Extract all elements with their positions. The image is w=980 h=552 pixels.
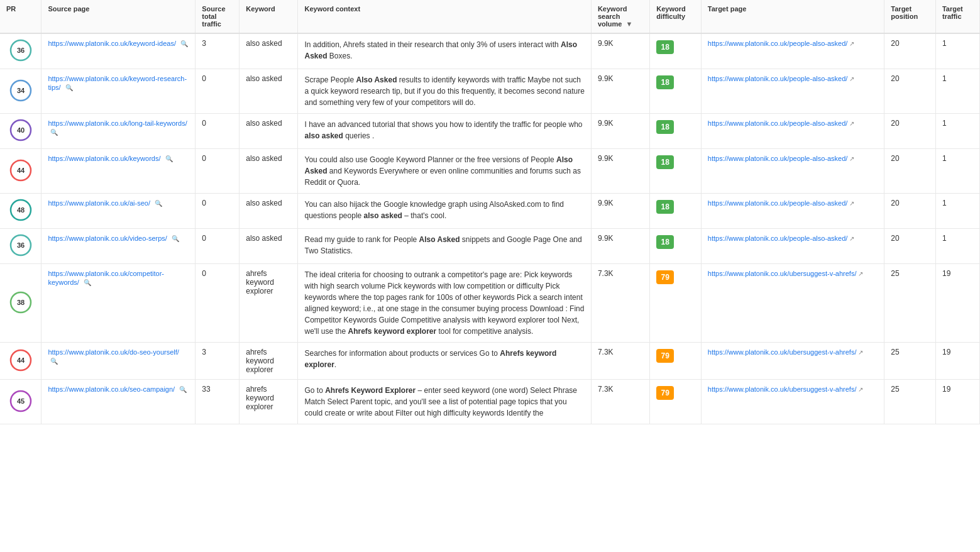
source-page-link[interactable]: https://www.platonik.co.uk/ai-seo/ bbox=[48, 199, 150, 207]
table-row: 36https://www.platonik.co.uk/video-serps… bbox=[0, 229, 980, 264]
source-page-link[interactable]: https://www.platonik.co.uk/keyword-ideas… bbox=[48, 40, 176, 47]
search-icon[interactable]: 🔍 bbox=[84, 279, 91, 286]
external-link-icon: ↗ bbox=[849, 235, 854, 242]
cell-keyword-difficulty: 79 bbox=[650, 264, 702, 343]
cell-target-traffic: 1 bbox=[935, 69, 979, 114]
search-icon[interactable]: 🔍 bbox=[65, 84, 73, 91]
cell-keyword-volume: 7.3K bbox=[591, 264, 649, 343]
search-icon[interactable]: 🔍 bbox=[172, 235, 179, 242]
col-header-target: Target page bbox=[701, 0, 884, 33]
table-row: 45https://www.platonik.co.uk/seo-campaig… bbox=[0, 380, 980, 424]
cell-target-position: 25 bbox=[884, 343, 936, 380]
target-page-link[interactable]: https://www.platonik.co.uk/ubersuggest-v… bbox=[708, 270, 857, 277]
cell-keyword-difficulty: 18 bbox=[650, 194, 702, 229]
target-page-link[interactable]: https://www.platonik.co.uk/ubersuggest-v… bbox=[708, 348, 857, 356]
col-header-pr: PR bbox=[0, 0, 41, 33]
source-page-link[interactable]: https://www.platonik.co.uk/long-tail-key… bbox=[48, 119, 187, 127]
cell-source-traffic: 0 bbox=[195, 114, 239, 149]
cell-pr: 48 bbox=[0, 194, 41, 229]
col-header-difficulty: Keyword difficulty bbox=[650, 0, 702, 33]
cell-keyword-difficulty: 18 bbox=[650, 69, 702, 114]
external-link-icon: ↗ bbox=[849, 200, 854, 207]
target-page-link[interactable]: https://www.platonik.co.uk/ubersuggest-v… bbox=[708, 385, 857, 393]
target-page-link[interactable]: https://www.platonik.co.uk/people-also-a… bbox=[708, 199, 848, 207]
cell-keyword: also asked bbox=[239, 33, 298, 69]
cell-target-position: 20 bbox=[884, 114, 936, 149]
pr-circle-badge: 34 bbox=[9, 79, 32, 102]
svg-text:36: 36 bbox=[17, 241, 25, 249]
external-link-icon: ↗ bbox=[858, 386, 863, 393]
svg-text:38: 38 bbox=[17, 299, 25, 306]
cell-keyword-volume: 9.9K bbox=[591, 33, 649, 69]
source-page-link[interactable]: https://www.platonik.co.uk/seo-campaign/ bbox=[48, 385, 175, 393]
cell-target-traffic: 1 bbox=[935, 33, 979, 69]
search-icon[interactable]: 🔍 bbox=[165, 155, 173, 162]
cell-keyword-context: I have an advanced tutorial that shows y… bbox=[298, 114, 591, 149]
table-row: 38https://www.platonik.co.uk/competitor-… bbox=[0, 264, 980, 343]
col-header-position: Target position bbox=[884, 0, 936, 33]
cell-pr: 40 bbox=[0, 114, 41, 149]
pr-circle-badge: 44 bbox=[9, 349, 32, 372]
cell-keyword: also asked bbox=[239, 149, 298, 194]
cell-source-page: https://www.platonik.co.uk/keyword-ideas… bbox=[41, 33, 195, 69]
main-table: PR Source page Source total traffic Keyw… bbox=[0, 0, 980, 424]
external-link-icon: ↗ bbox=[858, 349, 863, 356]
cell-keyword: also asked bbox=[239, 229, 298, 264]
table-body: 36https://www.platonik.co.uk/keyword-ide… bbox=[0, 33, 980, 424]
search-icon[interactable]: 🔍 bbox=[155, 200, 162, 207]
target-page-link[interactable]: https://www.platonik.co.uk/people-also-a… bbox=[708, 235, 848, 242]
search-icon[interactable]: 🔍 bbox=[179, 386, 187, 393]
cell-source-page: https://www.platonik.co.uk/video-serps/ … bbox=[41, 229, 195, 264]
cell-keyword-context: Scrape People Also Asked results to iden… bbox=[298, 69, 591, 114]
cell-source-traffic: 0 bbox=[195, 69, 239, 114]
difficulty-badge: 18 bbox=[656, 40, 674, 54]
cell-target-position: 25 bbox=[884, 380, 936, 424]
source-page-link[interactable]: https://www.platonik.co.uk/competitor-ke… bbox=[48, 270, 164, 286]
cell-target-page: https://www.platonik.co.uk/ubersuggest-v… bbox=[701, 380, 884, 424]
target-page-link[interactable]: https://www.platonik.co.uk/people-also-a… bbox=[708, 40, 848, 47]
external-link-icon: ↗ bbox=[849, 75, 854, 82]
difficulty-badge: 79 bbox=[656, 349, 674, 363]
search-icon[interactable]: 🔍 bbox=[50, 358, 58, 365]
cell-keyword-context: You can also hijack the Google knowledge… bbox=[298, 194, 591, 229]
search-icon[interactable]: 🔍 bbox=[180, 40, 188, 47]
difficulty-badge: 79 bbox=[656, 270, 674, 284]
difficulty-badge: 18 bbox=[656, 75, 674, 89]
cell-target-traffic: 19 bbox=[935, 264, 979, 343]
external-link-icon: ↗ bbox=[858, 270, 863, 277]
col-header-keyword: Keyword bbox=[239, 0, 298, 33]
difficulty-badge: 18 bbox=[656, 200, 674, 214]
cell-keyword-volume: 7.3K bbox=[591, 380, 649, 424]
cell-target-page: https://www.platonik.co.uk/ubersuggest-v… bbox=[701, 343, 884, 380]
table-header: PR Source page Source total traffic Keyw… bbox=[0, 0, 980, 33]
source-page-link[interactable]: https://www.platonik.co.uk/keywords/ bbox=[48, 155, 160, 162]
cell-target-traffic: 1 bbox=[935, 149, 979, 194]
search-icon[interactable]: 🔍 bbox=[50, 129, 58, 136]
difficulty-badge: 18 bbox=[656, 120, 674, 134]
cell-target-traffic: 19 bbox=[935, 380, 979, 424]
col-header-volume[interactable]: Keyword search volume ▼ bbox=[591, 0, 649, 33]
cell-keyword-volume: 9.9K bbox=[591, 229, 649, 264]
cell-keyword-difficulty: 18 bbox=[650, 229, 702, 264]
source-page-link[interactable]: https://www.platonik.co.uk/video-serps/ bbox=[48, 235, 167, 242]
table-row: 40https://www.platonik.co.uk/long-tail-k… bbox=[0, 114, 980, 149]
cell-keyword-context: In addition, Ahrefs stated in their rese… bbox=[298, 33, 591, 69]
pr-circle-badge: 36 bbox=[9, 234, 32, 257]
cell-keyword-difficulty: 18 bbox=[650, 149, 702, 194]
cell-target-page: https://www.platonik.co.uk/people-also-a… bbox=[701, 114, 884, 149]
cell-source-traffic: 0 bbox=[195, 149, 239, 194]
target-page-link[interactable]: https://www.platonik.co.uk/people-also-a… bbox=[708, 119, 848, 127]
table-row: 36https://www.platonik.co.uk/keyword-ide… bbox=[0, 33, 980, 69]
target-page-link[interactable]: https://www.platonik.co.uk/people-also-a… bbox=[708, 75, 848, 82]
target-page-link[interactable]: https://www.platonik.co.uk/people-also-a… bbox=[708, 155, 848, 162]
cell-keyword-difficulty: 18 bbox=[650, 114, 702, 149]
cell-source-traffic: 3 bbox=[195, 343, 239, 380]
cell-pr: 44 bbox=[0, 343, 41, 380]
source-page-link[interactable]: https://www.platonik.co.uk/do-seo-yourse… bbox=[48, 348, 179, 356]
cell-keyword-volume: 7.3K bbox=[591, 343, 649, 380]
cell-keyword-difficulty: 18 bbox=[650, 33, 702, 69]
cell-keyword-context: The ideal criteria for choosing to outra… bbox=[298, 264, 591, 343]
table-row: 44https://www.platonik.co.uk/keywords/ 🔍… bbox=[0, 149, 980, 194]
cell-target-traffic: 1 bbox=[935, 229, 979, 264]
svg-text:48: 48 bbox=[17, 206, 25, 214]
